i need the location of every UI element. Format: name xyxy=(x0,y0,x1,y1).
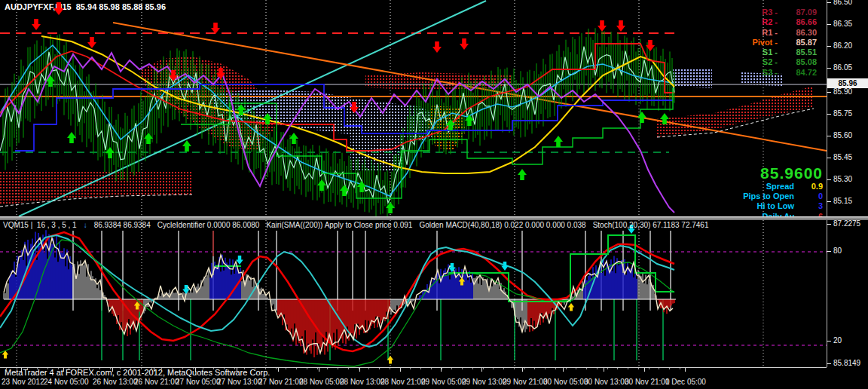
pivot-label: R2 - xyxy=(762,17,778,26)
indicator-tick-label: 85.8149 xyxy=(833,359,860,367)
pivot-label: S1 - xyxy=(763,47,778,57)
pivot-row: S2 -85.08 xyxy=(752,57,817,67)
market-info-panel: 85.9600 Spread0.9Pips to Open0Hi to Low3… xyxy=(695,164,823,216)
pivot-row: R3 -87.09 xyxy=(752,8,817,17)
time-tick-label: 29 Nov 21:00 xyxy=(503,378,548,386)
pivot-label: R3 - xyxy=(762,8,778,17)
indicator-chart-canvas[interactable] xyxy=(0,220,827,367)
macd-histogram xyxy=(4,230,674,357)
time-tick-label: 28 Nov 13:00 xyxy=(340,378,385,386)
pivot-value: 85.51 xyxy=(785,47,817,57)
yellow-up-arrow-icon xyxy=(568,303,574,311)
yellow-up-arrow-icon xyxy=(459,277,465,286)
pivot-label: S2 - xyxy=(763,57,778,66)
indicator-tick-label: 80 xyxy=(833,247,842,255)
price-tick-label: 85.90 xyxy=(833,87,852,96)
sell-arrow-icon xyxy=(53,1,65,16)
pivot-label: S3 - xyxy=(763,68,778,77)
price-tick-label: 85.60 xyxy=(833,131,852,139)
indicator-tick-label: 20 xyxy=(833,336,842,345)
price-tick-label: 86.20 xyxy=(833,41,852,50)
cyan-down-arrow-icon xyxy=(182,285,190,294)
pivot-value: 85.08 xyxy=(785,57,817,66)
buy-arrow-icon xyxy=(340,185,349,196)
indicator-tick-label: 87.2275 xyxy=(833,219,860,228)
indicator-header-part: Stoch(100,20,30) 67.1183 72.7461 xyxy=(593,221,709,229)
pivot-row: R2 -86.66 xyxy=(752,17,817,27)
price-tick-label: 85.30 xyxy=(833,175,852,183)
time-tick-label: 27 Nov 05:00 xyxy=(176,378,221,386)
pivot-value: 86.30 xyxy=(785,28,817,37)
indicator-header-part: Golden MACD(40,80,18) 0.022 0.000 0.000 … xyxy=(419,221,585,229)
current-price-marker: 85.96 xyxy=(827,78,868,88)
buy-arrow-icon xyxy=(182,140,191,152)
sell-arrow-icon xyxy=(32,19,41,30)
sell-arrow-icon xyxy=(432,41,442,53)
sell-arrow-icon xyxy=(87,37,96,48)
time-tick-label: 27 Nov 13:00 xyxy=(217,378,262,386)
price-tick-label: 86.05 xyxy=(833,63,852,72)
info-value: 0 xyxy=(800,191,823,201)
buy-arrow-icon xyxy=(554,136,563,147)
copyright-text: MetaTrader 4 at FOREX.com, c 2001-2012, … xyxy=(5,368,270,377)
pivot-row: S1 -85.51 xyxy=(752,47,817,57)
ichimoku-clouds xyxy=(0,57,814,205)
time-tick-label: 1 Dec 05:00 xyxy=(665,378,706,386)
time-tick-label: 30 Nov 05:00 xyxy=(543,378,588,386)
pivot-value: 87.09 xyxy=(785,8,817,17)
time-tick-label: 27 Nov 21:00 xyxy=(258,378,304,386)
price-tick-label: 85.15 xyxy=(833,197,852,205)
indicator-header: VQM15 | 16 , 3 , 5 , 1↓86.9384 86.9384Cy… xyxy=(3,221,715,229)
mt4-chart-window: AUDJPYFXF,M15 85.94 85.98 85.88 85.96 R3… xyxy=(0,0,868,389)
pivot-row: Pivot -85.87 xyxy=(752,38,817,47)
pivot-value: 86.66 xyxy=(785,17,817,26)
sell-arrow-icon xyxy=(460,38,469,50)
price-tick-label: 85.45 xyxy=(833,153,852,161)
time-tick-label: 26 Nov 13:00 xyxy=(93,378,138,386)
info-row: Spread0.9 xyxy=(695,182,823,191)
sell-arrow-icon xyxy=(616,20,625,32)
time-tick-label: 29 Nov 13:00 xyxy=(462,378,507,386)
pivot-row: S3 -84.72 xyxy=(752,68,817,78)
info-label: Pips to Open xyxy=(743,191,794,201)
price-tick-label: 86.50 xyxy=(833,0,852,6)
time-tick-label: 28 Nov 05:00 xyxy=(299,378,344,386)
pivot-levels-panel: R3 -87.09R2 -86.66R1 -86.30Pivot -85.87S… xyxy=(752,8,817,78)
buy-arrow-icon xyxy=(317,179,326,191)
price-axis-border xyxy=(827,0,827,216)
pivot-label: Pivot - xyxy=(752,38,778,47)
info-label: Spread xyxy=(766,182,794,191)
pivot-label: R1 - xyxy=(762,28,778,37)
cyan-down-arrow-icon xyxy=(236,256,243,265)
indicator-header-part: VQM15 | 16 , 3 , 5 , 1 xyxy=(3,221,77,229)
info-row: Hi to Low3 xyxy=(695,201,823,211)
time-tick-label: 24 Nov 05:00 xyxy=(44,378,89,386)
pane-splitter[interactable] xyxy=(0,216,868,220)
time-tick-label: 28 Nov 21:00 xyxy=(381,378,426,386)
pivot-value: 84.72 xyxy=(785,68,817,77)
sell-arrow-icon xyxy=(598,20,607,32)
time-tick-label: 30 Nov 13:00 xyxy=(584,378,629,386)
info-row: Pips to Open0 xyxy=(695,191,823,201)
sell-arrow-icon xyxy=(211,23,220,34)
time-tick-label: 30 Nov 21:00 xyxy=(625,378,670,386)
time-tick-label: 23 Nov 2012 xyxy=(2,378,44,386)
indicator-header-part: CycleIdentifier 0.0000 86.0080 xyxy=(157,221,260,229)
indicator-header-part: ↓ xyxy=(84,221,87,229)
cyan-down-arrow-icon xyxy=(501,262,509,271)
pivot-row: R1 -86.30 xyxy=(752,28,817,38)
time-tick-label: 29 Nov 05:00 xyxy=(421,378,466,386)
pivot-value: 85.87 xyxy=(785,38,817,47)
current-price-display: 85.9600 xyxy=(695,164,823,182)
info-value: 0.9 xyxy=(800,182,823,191)
buy-arrow-icon xyxy=(518,169,527,180)
info-value: 3 xyxy=(800,201,823,210)
buy-arrow-icon xyxy=(67,132,76,143)
price-tick-label: 86.35 xyxy=(833,20,852,28)
buy-arrow-icon xyxy=(46,75,55,87)
indicator-axis-border xyxy=(827,220,827,367)
chart-title: AUDJPYFXF,M15 85.94 85.98 85.88 85.96 xyxy=(5,2,166,11)
time-tick-label: 26 Nov 21:00 xyxy=(134,378,179,386)
price-tick-label: 85.75 xyxy=(833,109,852,118)
indicator-header-part: 86.9384 86.9384 xyxy=(94,221,151,229)
